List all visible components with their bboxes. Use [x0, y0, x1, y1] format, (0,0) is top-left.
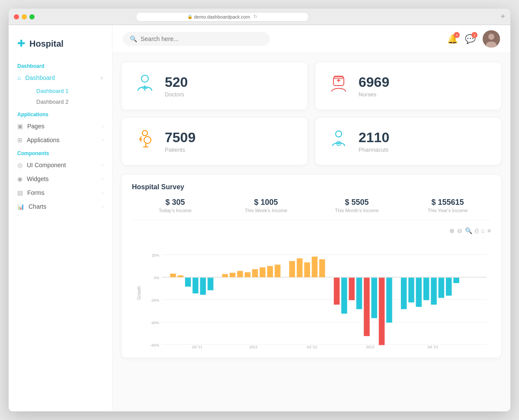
sidebar-item-widgets[interactable]: ◉ Widgets ›: [9, 172, 112, 186]
svg-rect-35: [208, 278, 213, 290]
close-button[interactable]: [14, 14, 19, 19]
doctors-value: 520: [165, 74, 188, 90]
svg-point-10: [142, 130, 147, 136]
svg-rect-44: [289, 261, 295, 277]
stat-patients-info: 7509 Patients: [165, 130, 195, 153]
svg-rect-33: [192, 278, 198, 293]
app-window: 🔒 demo.dashboardpack.com ↻ + ✚ Hospital …: [9, 9, 510, 411]
svg-point-15: [336, 131, 342, 137]
notification-button[interactable]: 🔔 3: [447, 34, 458, 44]
income-week: $ 1005 This Week's Income: [223, 198, 309, 213]
sidebar-dashboard-submenu: Dashboard 1 Dashboard 2: [9, 85, 112, 108]
income-year-value: $ 155615: [404, 198, 491, 207]
sidebar-item-applications[interactable]: ⊞ Applications ›: [9, 133, 112, 147]
sidebar-logo: ✚ Hospital: [9, 34, 112, 60]
svg-rect-34: [200, 278, 206, 295]
nurses-label: Nurses: [359, 91, 389, 98]
forms-icon: ▤: [17, 189, 23, 196]
income-year: $ 155615 This Year's Income: [404, 198, 491, 213]
pages-chevron-icon: ›: [102, 124, 103, 129]
svg-rect-61: [431, 278, 436, 305]
survey-card: Hospital Survey $ 305 Today's Income $ 1…: [121, 174, 502, 358]
ui-component-icon: ◎: [17, 162, 22, 169]
app-layout: ✚ Hospital Dashboard ⌂ Dashboard ∧ Dashb…: [9, 25, 510, 411]
sidebar-sub-dashboard1[interactable]: Dashboard 1: [28, 86, 112, 96]
home-button[interactable]: ⌂: [481, 227, 484, 234]
pharmacuts-value: 2110: [359, 130, 389, 146]
sidebar-item-charts[interactable]: 📊 Charts ›: [9, 200, 112, 213]
new-tab-button[interactable]: +: [500, 12, 505, 21]
applications-icon: ⊞: [17, 137, 22, 143]
svg-rect-38: [237, 271, 243, 277]
svg-rect-52: [356, 278, 362, 309]
nurses-icon: [327, 73, 350, 99]
svg-text:-20%: -20%: [151, 298, 159, 302]
sidebar: ✚ Hospital Dashboard ⌂ Dashboard ∧ Dashb…: [9, 25, 112, 411]
income-month: $ 5505 This Month's Income: [314, 198, 400, 213]
svg-rect-58: [408, 278, 414, 302]
search-input[interactable]: [141, 35, 263, 42]
stat-card-doctors: 520 Doctors: [121, 62, 308, 110]
income-year-label: This Year's Income: [404, 208, 491, 213]
sidebar-item-applications-label: Applications: [27, 137, 60, 143]
svg-rect-41: [260, 267, 265, 277]
svg-text:Jul '13: Jul '13: [427, 345, 438, 349]
svg-rect-54: [372, 278, 377, 318]
svg-rect-47: [312, 257, 317, 277]
sidebar-item-widgets-label: Widgets: [27, 175, 49, 182]
zoom-out-button[interactable]: ⊖: [457, 227, 462, 234]
stat-card-pharmacuts: 2110 Pharmacuts: [315, 117, 502, 165]
svg-text:2012: 2012: [249, 345, 257, 349]
stat-nurses-info: 6969 Nurses: [359, 74, 389, 98]
zoom-in-button[interactable]: ⊕: [449, 227, 455, 234]
menu-button[interactable]: ≡: [487, 227, 491, 234]
search-bar[interactable]: 🔍: [123, 32, 270, 46]
url-text: demo.dashboardpack.com: [194, 14, 250, 19]
income-month-value: $ 5505: [314, 198, 400, 207]
message-badge: 2: [471, 32, 477, 38]
svg-rect-42: [267, 266, 273, 277]
download-button[interactable]: ⎙: [475, 227, 478, 234]
sidebar-item-ui-component[interactable]: ◎ UI Component ›: [9, 158, 112, 172]
zoom-reset-button[interactable]: 🔍: [465, 227, 472, 234]
sidebar-item-ui-label: UI Component: [27, 162, 66, 169]
reload-icon[interactable]: ↻: [253, 14, 257, 19]
income-week-label: This Week's Income: [223, 208, 309, 213]
svg-text:2013: 2013: [366, 345, 374, 349]
svg-rect-37: [230, 273, 235, 277]
sidebar-item-pages-label: Pages: [27, 123, 45, 130]
pharmacuts-icon: [327, 128, 350, 155]
income-today: $ 305 Today's Income: [132, 198, 218, 213]
sidebar-item-forms[interactable]: ▤ Forms ›: [9, 186, 112, 200]
income-today-value: $ 305: [132, 198, 218, 207]
svg-point-1: [488, 34, 494, 40]
applications-chevron-icon: ›: [102, 137, 103, 143]
svg-rect-36: [222, 274, 228, 277]
income-week-value: $ 1005: [223, 198, 309, 207]
svg-rect-48: [319, 259, 325, 277]
header: 🔍 🔔 3 💬 2: [112, 25, 510, 53]
patients-value: 7509: [165, 130, 195, 146]
sidebar-section-components: Components: [9, 147, 112, 158]
user-avatar[interactable]: [483, 30, 500, 48]
charts-chevron-icon: ›: [102, 204, 103, 209]
chart-y-label: Growth: [137, 286, 141, 300]
pages-icon: ▣: [17, 123, 23, 130]
minimize-button[interactable]: [22, 14, 27, 19]
doctors-icon: [134, 73, 156, 99]
sidebar-section-dashboard: Dashboard: [9, 60, 112, 71]
income-month-label: This Month's Income: [314, 208, 400, 213]
sidebar-sub-dashboard2[interactable]: Dashboard 2: [28, 96, 112, 107]
svg-rect-55: [379, 278, 384, 345]
home-icon: ⌂: [17, 74, 21, 81]
message-button[interactable]: 💬 2: [465, 34, 476, 44]
svg-point-3: [141, 75, 148, 82]
svg-text:0%: 0%: [154, 275, 160, 280]
maximize-button[interactable]: [29, 14, 35, 19]
chevron-up-icon: ∧: [100, 75, 103, 81]
svg-text:-40%: -40%: [151, 320, 159, 325]
url-bar: 🔒 demo.dashboardpack.com ↻: [136, 12, 309, 22]
sidebar-item-dashboard[interactable]: ⌂ Dashboard ∧: [9, 71, 112, 85]
sidebar-item-pages[interactable]: ▣ Pages ›: [9, 119, 112, 133]
svg-text:-60%: -60%: [151, 343, 159, 347]
